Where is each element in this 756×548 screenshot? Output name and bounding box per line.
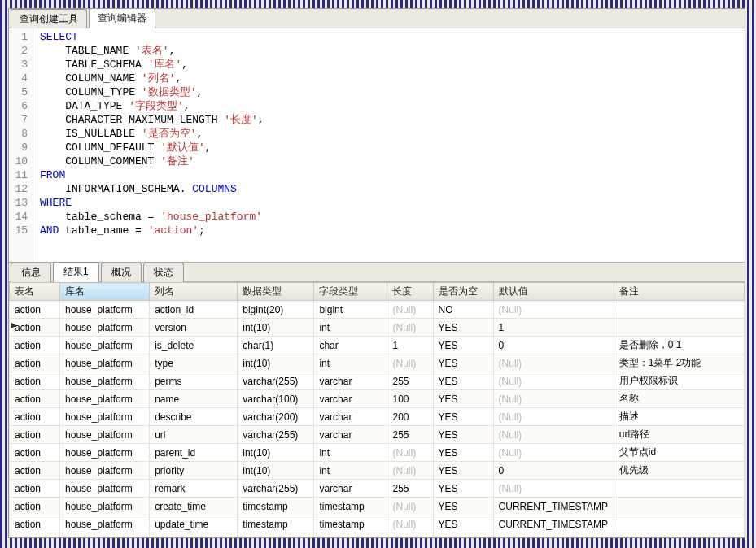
table-cell[interactable]: action	[10, 498, 60, 515]
table-cell[interactable]: timestamp	[238, 515, 314, 533]
table-cell[interactable]: create_time	[150, 498, 238, 515]
table-cell[interactable]: url	[150, 426, 238, 444]
table-cell[interactable]: action	[10, 301, 60, 319]
table-cell[interactable]: YES	[433, 390, 493, 408]
table-cell[interactable]: house_platform	[60, 390, 150, 408]
table-cell[interactable]: timestamp	[314, 515, 387, 533]
table-cell[interactable]: priority	[150, 462, 238, 480]
table-row[interactable]: actionhouse_platformicon_pathvarchar(255…	[10, 533, 745, 538]
table-cell[interactable]: house_platform	[60, 515, 150, 533]
table-cell[interactable]: int(10)	[238, 462, 314, 480]
table-row[interactable]: actionhouse_platformpermsvarchar(255)var…	[10, 372, 745, 390]
table-row[interactable]: actionhouse_platformpriorityint(10)int(N…	[10, 462, 745, 480]
table-cell[interactable]: house_platform	[60, 337, 150, 354]
table-row[interactable]: actionhouse_platformurlvarchar(255)varch…	[10, 426, 745, 444]
table-cell[interactable]: varchar	[314, 390, 387, 408]
table-cell[interactable]: parent_id	[150, 444, 238, 462]
table-cell[interactable]: varchar	[314, 533, 387, 538]
table-cell[interactable]: varchar(200)	[238, 408, 314, 426]
table-cell[interactable]: 优先级	[614, 462, 744, 480]
result-grid-container[interactable]: ▶ 表名库名列名数据类型字段类型长度是否为空默认值备注actionhouse_p…	[9, 282, 745, 537]
table-cell[interactable]: (Null)	[387, 498, 433, 515]
column-header[interactable]: 数据类型	[238, 283, 314, 301]
table-cell[interactable]: 描述	[614, 408, 744, 426]
table-cell[interactable]: int	[314, 354, 387, 372]
table-cell[interactable]: varchar(255)	[238, 533, 314, 538]
table-cell[interactable]: CURRENT_TIMESTAMP	[493, 498, 614, 515]
table-row[interactable]: actionhouse_platformupdate_timetimestamp…	[10, 515, 745, 533]
table-cell[interactable]: action	[10, 390, 60, 408]
table-cell[interactable]: YES	[433, 480, 493, 498]
tab-state[interactable]: 状态	[143, 263, 184, 282]
table-row[interactable]: actionhouse_platformparent_idint(10)int(…	[10, 444, 745, 462]
tab-query-editor[interactable]: 查询编辑器	[89, 8, 155, 28]
table-cell[interactable]: int(10)	[238, 444, 314, 462]
table-cell[interactable]: house_platform	[60, 533, 150, 538]
table-cell[interactable]: house_platform	[60, 372, 150, 390]
table-cell[interactable]: varchar	[314, 426, 387, 444]
table-cell[interactable]: YES	[433, 515, 493, 533]
table-cell[interactable]: (Null)	[493, 426, 614, 444]
table-cell[interactable]: bigint(20)	[238, 301, 314, 319]
table-cell[interactable]: char(1)	[238, 337, 314, 354]
table-cell[interactable]: char	[314, 337, 387, 354]
table-cell[interactable]: type	[150, 354, 238, 372]
tab-result1[interactable]: 结果1	[53, 262, 99, 282]
table-cell[interactable]: house_platform	[60, 408, 150, 426]
table-cell[interactable]: icon_path	[150, 533, 238, 538]
table-cell[interactable]: int(10)	[238, 354, 314, 372]
table-cell[interactable]: 0	[493, 337, 614, 354]
table-cell[interactable]: 200	[387, 408, 433, 426]
table-cell[interactable]: name	[150, 390, 238, 408]
table-cell[interactable]: 0	[493, 462, 614, 480]
table-cell[interactable]: 255	[387, 480, 433, 498]
table-cell[interactable]: action	[10, 515, 60, 533]
table-cell[interactable]: 类型：1菜单 2功能	[614, 354, 744, 372]
table-cell[interactable]: house_platform	[60, 354, 150, 372]
table-cell[interactable]: action	[10, 480, 60, 498]
table-cell[interactable]: timestamp	[314, 498, 387, 515]
table-row[interactable]: actionhouse_platformtypeint(10)int(Null)…	[10, 354, 745, 372]
table-cell[interactable]: varchar	[314, 372, 387, 390]
table-cell[interactable]: 是否删除，0 1	[614, 337, 744, 354]
table-cell[interactable]: action	[10, 408, 60, 426]
table-cell[interactable]: 父节点id	[614, 444, 744, 462]
table-cell[interactable]: (Null)	[493, 390, 614, 408]
table-cell[interactable]: (Null)	[493, 354, 614, 372]
table-cell[interactable]: (Null)	[387, 354, 433, 372]
table-cell[interactable]: varchar(100)	[238, 390, 314, 408]
table-cell[interactable]: action	[10, 319, 60, 337]
table-cell[interactable]: house_platform	[60, 301, 150, 319]
table-cell[interactable]: YES	[433, 426, 493, 444]
table-cell[interactable]: YES	[433, 354, 493, 372]
table-cell[interactable]: remark	[150, 480, 238, 498]
result-grid[interactable]: 表名库名列名数据类型字段类型长度是否为空默认值备注actionhouse_pla…	[9, 282, 745, 537]
table-cell[interactable]: timestamp	[238, 498, 314, 515]
table-row[interactable]: actionhouse_platformis_deletechar(1)char…	[10, 337, 745, 354]
column-header[interactable]: 长度	[387, 283, 433, 301]
table-cell[interactable]: int	[314, 319, 387, 337]
table-cell[interactable]: YES	[433, 372, 493, 390]
table-row[interactable]: actionhouse_platformcreate_timetimestamp…	[10, 498, 745, 515]
table-row[interactable]: actionhouse_platformaction_idbigint(20)b…	[10, 301, 745, 319]
sql-editor[interactable]: 123456789101112131415 SELECT TABLE_NAME …	[9, 28, 745, 263]
table-cell[interactable]: (Null)	[387, 319, 433, 337]
table-cell[interactable]: 用户权限标识	[614, 372, 744, 390]
table-cell[interactable]: bigint	[314, 301, 387, 319]
tab-info[interactable]: 信息	[11, 263, 51, 282]
table-cell[interactable]: action	[10, 533, 60, 538]
table-cell[interactable]: YES	[433, 498, 493, 515]
table-cell[interactable]: 255	[387, 533, 433, 538]
table-cell[interactable]: int(10)	[238, 319, 314, 337]
table-cell[interactable]: action	[10, 354, 60, 372]
table-cell[interactable]	[614, 515, 744, 533]
table-cell[interactable]: describe	[150, 408, 238, 426]
table-cell[interactable]: action	[10, 372, 60, 390]
table-cell[interactable]: house_platform	[60, 498, 150, 515]
table-cell[interactable]: (Null)	[493, 480, 614, 498]
table-cell[interactable]: YES	[433, 337, 493, 354]
table-cell[interactable]: varchar(255)	[238, 426, 314, 444]
table-cell[interactable]: 255	[387, 372, 433, 390]
table-cell[interactable]	[614, 498, 744, 515]
tab-query-builder[interactable]: 查询创建工具	[11, 9, 87, 28]
